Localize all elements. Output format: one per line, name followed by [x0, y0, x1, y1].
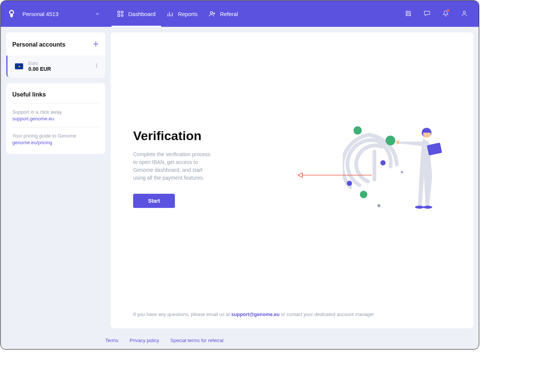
svg-point-15: [96, 64, 97, 64]
nav-dashboard[interactable]: Dashboard: [112, 1, 161, 27]
notification-icon[interactable]: [442, 10, 450, 18]
svg-point-31: [423, 206, 432, 209]
page-footer: Terms Privacy policy Special terms for r…: [1, 334, 479, 349]
link-item-support: Support in a click away support.genome.e…: [12, 103, 99, 127]
accounts-title: Personal accounts: [12, 41, 65, 48]
svg-rect-2: [118, 15, 120, 16]
verification-title: Verification: [133, 129, 215, 143]
header: Personal 4513 Dashboard Reports: [1, 1, 479, 27]
account-currency: Euro: [28, 61, 87, 66]
sidebar: Personal accounts ★ Euro 0.00 EUR: [6, 32, 105, 328]
account-balance: 0.00 EUR: [28, 66, 87, 72]
svg-point-16: [96, 65, 97, 66]
link-item-pricing: Your pricing guide to Genome genome.eu/p…: [12, 127, 99, 151]
notification-badge: [447, 9, 449, 12]
link-url[interactable]: genome.eu/pricing: [12, 140, 99, 145]
useful-links-title: Useful links: [12, 91, 99, 98]
nav-referal-label: Referal: [220, 11, 238, 17]
main-nav: Dashboard Reports Referal: [112, 1, 244, 27]
header-actions: [405, 10, 473, 18]
svg-point-3: [121, 15, 123, 16]
svg-point-20: [354, 126, 362, 135]
svg-point-30: [415, 206, 424, 209]
svg-rect-1: [121, 11, 123, 13]
chat-icon[interactable]: [424, 10, 431, 18]
save-icon[interactable]: [405, 10, 412, 18]
add-account-button[interactable]: [92, 41, 99, 49]
referal-icon: [209, 10, 216, 17]
dashboard-icon: [117, 10, 124, 17]
nav-dashboard-label: Dashboard: [128, 11, 156, 17]
nav-reports[interactable]: Reports: [161, 1, 203, 27]
svg-point-23: [380, 160, 386, 165]
svg-rect-11: [407, 14, 410, 16]
svg-point-21: [386, 136, 395, 145]
footer-terms-link[interactable]: Terms: [105, 338, 118, 343]
svg-point-8: [210, 12, 213, 14]
main-panel: Verification Complete the verification p…: [111, 32, 473, 328]
support-email-link[interactable]: support@genome.eu: [231, 312, 280, 317]
footer-prefix: If you have any questions, please email …: [133, 312, 231, 317]
svg-rect-0: [118, 11, 120, 13]
svg-point-24: [347, 181, 352, 186]
link-desc: Support in a click away: [12, 109, 99, 115]
svg-point-12: [463, 11, 465, 13]
profile-icon[interactable]: [461, 10, 468, 18]
footer-suffix: or contact your dedicated account manage…: [280, 312, 374, 317]
eu-flag-icon: ★: [15, 63, 23, 69]
svg-point-26: [401, 171, 403, 173]
account-more-button[interactable]: [92, 61, 101, 71]
svg-point-25: [377, 204, 380, 207]
verification-illustration: [230, 120, 451, 217]
start-button[interactable]: Start: [133, 194, 175, 208]
accounts-card: Personal accounts ★ Euro 0.00 EUR: [6, 32, 105, 78]
svg-point-17: [96, 67, 97, 67]
link-desc: Your pricing guide to Genome: [12, 133, 99, 139]
chevron-down-icon: [95, 11, 100, 17]
logo-icon: [8, 9, 16, 18]
footer-privacy-link[interactable]: Privacy policy: [129, 338, 159, 343]
svg-point-28: [396, 140, 400, 144]
verification-description: Complete the verification process to ope…: [133, 151, 215, 182]
svg-point-22: [360, 191, 367, 198]
nav-referal[interactable]: Referal: [203, 1, 244, 27]
account-selector[interactable]: Personal 4513: [18, 11, 104, 17]
reports-icon: [167, 10, 173, 17]
footer-note: If you have any questions, please email …: [111, 304, 473, 328]
useful-links-card: Useful links Support in a click away sup…: [6, 83, 105, 154]
link-url[interactable]: support.genome.eu: [12, 116, 99, 121]
account-row[interactable]: ★ Euro 0.00 EUR: [6, 56, 105, 77]
nav-reports-label: Reports: [178, 11, 198, 17]
footer-referral-link[interactable]: Special terms for referral: [170, 338, 223, 343]
account-selector-label: Personal 4513: [22, 11, 59, 17]
